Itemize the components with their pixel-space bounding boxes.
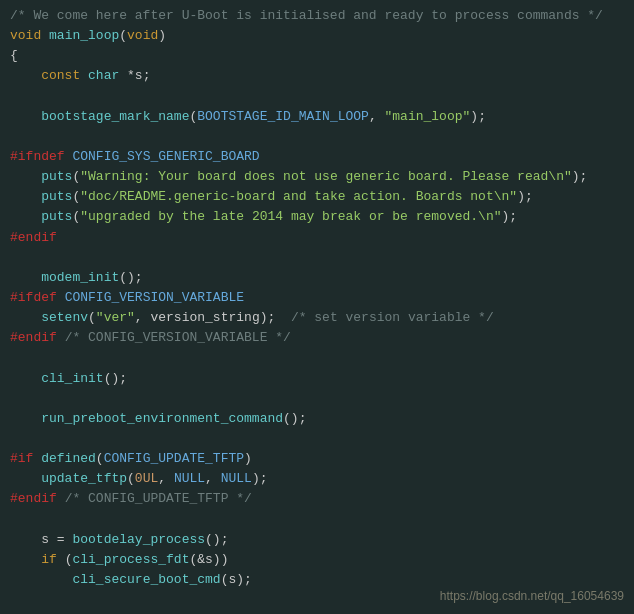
code-line: modem_init();: [10, 268, 624, 288]
code-line: [10, 127, 624, 147]
token: ,: [158, 471, 174, 486]
token: [57, 330, 65, 345]
token: [10, 68, 41, 83]
code-line: [10, 429, 624, 449]
code-line: [10, 510, 624, 530]
token: [10, 310, 41, 325]
code-line: #ifdef CONFIG_VERSION_VARIABLE: [10, 288, 624, 308]
code-line: if (cli_process_fdt(&s)): [10, 550, 624, 570]
token: (s);: [221, 572, 252, 587]
token: puts: [41, 209, 72, 224]
token: , version_string);: [135, 310, 291, 325]
token: setenv: [41, 310, 88, 325]
token: [41, 28, 49, 43]
url-watermark: https://blog.csdn.net/qq_16054639: [440, 587, 624, 606]
code-line: update_tftp(0UL, NULL, NULL);: [10, 469, 624, 489]
token: cli_process_fdt: [72, 552, 189, 567]
token: );: [502, 209, 518, 224]
token: [10, 270, 41, 285]
token: ();: [119, 270, 142, 285]
token: [10, 109, 41, 124]
token: ): [244, 451, 252, 466]
token: [57, 491, 65, 506]
token: BOOTSTAGE_ID_MAIN_LOOP: [197, 109, 369, 124]
token: #ifdef: [10, 290, 57, 305]
token: [10, 189, 41, 204]
token: [10, 471, 41, 486]
code-line: [10, 348, 624, 368]
code-line: puts("doc/README.generic-board and take …: [10, 187, 624, 207]
token: [57, 290, 65, 305]
token: "main_loop": [385, 109, 471, 124]
code-line: [10, 389, 624, 409]
code-line: #endif /* CONFIG_UPDATE_TFTP */: [10, 489, 624, 509]
code-line: [10, 248, 624, 268]
token: #endif: [10, 230, 57, 245]
token: if: [41, 552, 57, 567]
token: main_loop: [49, 28, 119, 43]
token: #endif: [10, 491, 57, 506]
code-line: puts("upgraded by the late 2014 may brea…: [10, 207, 624, 227]
token: CONFIG_UPDATE_TFTP: [104, 451, 244, 466]
token: [10, 572, 72, 587]
token: (: [119, 28, 127, 43]
token: [10, 371, 41, 386]
token: );: [252, 471, 268, 486]
token: char: [88, 68, 119, 83]
token: defined: [41, 451, 96, 466]
token: [10, 411, 41, 426]
token: "ver": [96, 310, 135, 325]
token: bootdelay_process: [72, 532, 205, 547]
token: /* We come here after U-Boot is initiali…: [10, 8, 603, 23]
token: CONFIG_VERSION_VARIABLE: [65, 290, 244, 305]
token: 0UL: [135, 471, 158, 486]
token: );: [470, 109, 486, 124]
token: "doc/README.generic-board and take actio…: [80, 189, 517, 204]
token: (: [57, 552, 73, 567]
token: s =: [10, 532, 72, 547]
code-line: s = bootdelay_process();: [10, 530, 624, 550]
token: /* CONFIG_UPDATE_TFTP */: [65, 491, 252, 506]
token: cli_init: [41, 371, 103, 386]
code-line: run_preboot_environment_command();: [10, 409, 624, 429]
code-line: setenv("ver", version_string); /* set ve…: [10, 308, 624, 328]
code-line: #endif /* CONFIG_VERSION_VARIABLE */: [10, 328, 624, 348]
code-line: cli_init();: [10, 369, 624, 389]
token: puts: [41, 169, 72, 184]
code-line: /* We come here after U-Boot is initiali…: [10, 6, 624, 26]
code-line: autoboot_command(s);: [10, 610, 624, 614]
token: "Warning: Your board does not use generi…: [80, 169, 571, 184]
token: cli_secure_boot_cmd: [72, 572, 220, 587]
code-line: void main_loop(void): [10, 26, 624, 46]
token: [10, 169, 41, 184]
token: NULL: [221, 471, 252, 486]
token: void: [10, 28, 41, 43]
token: /* set version variable */: [291, 310, 494, 325]
token: void: [127, 28, 158, 43]
token: ();: [283, 411, 306, 426]
code-line: {: [10, 46, 624, 66]
token: );: [572, 169, 588, 184]
token: "upgraded by the late 2014 may break or …: [80, 209, 501, 224]
token: #endif: [10, 330, 57, 345]
token: puts: [41, 189, 72, 204]
token: (: [88, 310, 96, 325]
token: update_tftp: [41, 471, 127, 486]
token: );: [517, 189, 533, 204]
token: #ifndef: [10, 149, 65, 164]
token: *s;: [119, 68, 150, 83]
token: {: [10, 48, 18, 63]
code-line: [10, 87, 624, 107]
token: (: [96, 451, 104, 466]
code-line: puts("Warning: Your board does not use g…: [10, 167, 624, 187]
token: const: [41, 68, 80, 83]
token: [80, 68, 88, 83]
token: [10, 552, 41, 567]
token: (: [127, 471, 135, 486]
token: modem_init: [41, 270, 119, 285]
token: /* CONFIG_VERSION_VARIABLE */: [65, 330, 291, 345]
code-line: #endif: [10, 228, 624, 248]
token: (&s)): [189, 552, 228, 567]
token: ();: [104, 371, 127, 386]
token: #if: [10, 451, 33, 466]
